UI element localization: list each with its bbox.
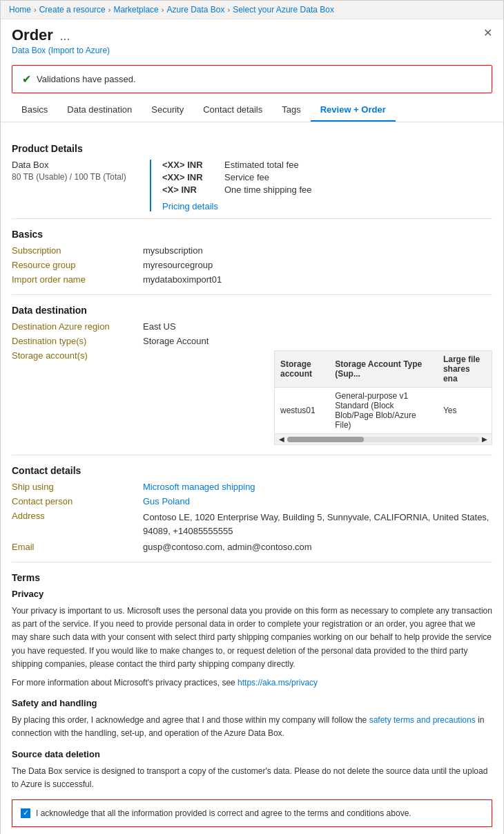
basics-section: Subscription mysubscription Resource gro…: [12, 245, 492, 285]
safety-title: Safety and handling: [12, 698, 492, 708]
contact-person-label: Contact person: [12, 496, 143, 506]
scroll-thumb: [287, 437, 364, 442]
table-row: westus01 General-purpose v1 Standard (Bl…: [275, 388, 492, 434]
header-dots[interactable]: ...: [60, 29, 70, 43]
safety-terms-link[interactable]: safety terms and precautions: [369, 715, 476, 725]
resourcegroup-label: Resource group: [12, 260, 143, 270]
destination-type-label: Destination type(s): [12, 336, 143, 346]
tab-contact-details[interactable]: Contact details: [193, 99, 272, 122]
fee-row-1: <XX> INR Estimated total fee: [162, 160, 311, 170]
source-deletion-title: Source data deletion: [12, 749, 492, 759]
contact-person-row: Contact person Gus Poland: [12, 496, 492, 506]
scroll-indicator[interactable]: ◀ ▶: [275, 434, 492, 444]
basics-row-resourcegroup: Resource group myresourcegroup: [12, 260, 492, 270]
destination-region-value: East US: [143, 321, 492, 332]
main-window: Home › Create a resource › Marketplace ›…: [0, 0, 504, 834]
terms-section: Terms Privacy Your privacy is important …: [12, 572, 492, 827]
product-details-section: Data Box 80 TB (Usable) / 100 TB (Total)…: [12, 160, 492, 211]
ship-using-link[interactable]: Microsoft managed shipping: [143, 482, 255, 492]
storage-accounts-value: Storage account Storage Account Type (Su…: [143, 350, 492, 445]
contact-person-link[interactable]: Gus Poland: [143, 496, 190, 506]
scroll-left-icon[interactable]: ◀: [279, 435, 284, 443]
tab-review-order[interactable]: Review + Order: [311, 99, 396, 122]
storage-col-type: Storage Account Type (Sup...: [329, 351, 438, 388]
validation-banner: ✔ Validations have passed.: [12, 65, 492, 93]
safety-text: By placing this order, I acknowledge and…: [12, 714, 492, 740]
address-row: Address Contoso LE, 1020 Enterprise Way,…: [12, 511, 492, 538]
source-deletion-text: The Data Box service is designed to tran…: [12, 765, 492, 791]
agreement-box: I acknowledge that all the information p…: [12, 799, 492, 827]
storage-col-account: Storage account: [275, 351, 329, 388]
header-left: Order ... Data Box (Import to Azure): [12, 26, 110, 55]
fee-row-2: <XX> INR Service fee: [162, 172, 311, 182]
product-right: <XX> INR Estimated total fee <XX> INR Se…: [150, 160, 311, 211]
storage-type-cell: General-purpose v1 Standard (Block Blob/…: [329, 388, 438, 434]
destination-type-value: Storage Account: [143, 336, 492, 346]
safety-text-before: By placing this order, I acknowledge and…: [12, 715, 369, 725]
fee-row-3: <X> INR One time shipping fee: [162, 184, 311, 195]
validation-message: Validations have passed.: [37, 74, 136, 84]
tab-security[interactable]: Security: [142, 99, 193, 122]
breadcrumb-select[interactable]: Select your Azure Data Box: [233, 5, 334, 15]
tab-basics[interactable]: Basics: [12, 99, 57, 122]
breadcrumb-home[interactable]: Home: [9, 5, 31, 15]
product-left: Data Box 80 TB (Usable) / 100 TB (Total): [12, 160, 136, 182]
storage-table: Storage account Storage Account Type (Su…: [275, 351, 492, 434]
data-destination-title: Data destination: [12, 305, 492, 316]
tab-bar: Basics Data destination Security Contact…: [1, 99, 503, 122]
tab-tags[interactable]: Tags: [272, 99, 310, 122]
ship-using-value: Microsoft managed shipping: [143, 482, 492, 492]
pricing-link[interactable]: Pricing details: [162, 201, 218, 211]
scroll-right-icon[interactable]: ▶: [482, 435, 487, 443]
subscription-value: mysubscription: [143, 245, 492, 256]
privacy-text: Your privacy is important to us. Microso…: [12, 605, 492, 671]
contact-details-title: Contact details: [12, 465, 492, 476]
address-value: Contoso LE, 1020 Enterprise Way, Buildin…: [143, 511, 492, 538]
ship-using-row: Ship using Microsoft managed shipping: [12, 482, 492, 492]
privacy-more-info: For more information about Microsoft's p…: [12, 676, 492, 690]
basics-row-ordername: Import order name mydataboximport01: [12, 274, 492, 285]
contact-person-value: Gus Poland: [143, 496, 492, 506]
basics-row-subscription: Subscription mysubscription: [12, 245, 492, 256]
breadcrumb-create[interactable]: Create a resource: [39, 5, 106, 15]
email-row: Email gusp@contoso.com, admin@contoso.co…: [12, 542, 492, 552]
fee-label-1: Estimated total fee: [224, 160, 299, 170]
fee-label-2: Service fee: [224, 172, 269, 182]
address-label: Address: [12, 511, 143, 538]
storage-lfs-cell: Yes: [438, 388, 492, 434]
email-value: gusp@contoso.com, admin@contoso.com: [143, 542, 492, 552]
storage-accounts-label: Storage account(s): [12, 350, 143, 445]
storage-table-wrap: Storage account Storage Account Type (Su…: [274, 350, 492, 445]
storage-col-lfs: Large file shares ena: [438, 351, 492, 388]
page-title: Order: [12, 26, 53, 44]
email-label: Email: [12, 542, 143, 552]
subscription-label: Subscription: [12, 245, 143, 256]
fee-amount-1: <XX> INR: [162, 160, 217, 170]
ordername-label: Import order name: [12, 274, 143, 285]
storage-account-cell: westus01: [275, 388, 329, 434]
breadcrumb-marketplace[interactable]: Marketplace: [113, 5, 158, 15]
product-details-title: Product Details: [12, 143, 492, 154]
privacy-link[interactable]: https://aka.ms/privacy: [238, 678, 318, 688]
agree-checkbox[interactable]: [21, 808, 30, 818]
resourcegroup-value: myresourcegroup: [143, 260, 492, 270]
terms-title: Terms: [12, 572, 492, 583]
ordername-value: mydataboximport01: [143, 274, 492, 285]
scroll-bar[interactable]: [287, 437, 479, 442]
privacy-title: Privacy: [12, 589, 492, 599]
destination-region-row: Destination Azure region East US: [12, 321, 492, 332]
page-subtitle: Data Box (Import to Azure): [12, 46, 110, 55]
close-button[interactable]: ✕: [483, 26, 492, 39]
fee-amount-2: <XX> INR: [162, 172, 217, 182]
product-name: Data Box: [12, 160, 136, 170]
agree-text: I acknowledge that all the information p…: [36, 807, 411, 819]
breadcrumb-databox[interactable]: Azure Data Box: [166, 5, 224, 15]
breadcrumb: Home › Create a resource › Marketplace ›…: [1, 1, 503, 19]
storage-accounts-row: Storage account(s) Storage account Stora…: [12, 350, 492, 445]
ship-using-label: Ship using: [12, 482, 143, 492]
contact-details-section: Ship using Microsoft managed shipping Co…: [12, 482, 492, 552]
tab-data-destination[interactable]: Data destination: [57, 99, 142, 122]
check-icon: ✔: [22, 73, 31, 86]
fee-amount-3: <X> INR: [162, 184, 217, 195]
destination-type-row: Destination type(s) Storage Account: [12, 336, 492, 346]
